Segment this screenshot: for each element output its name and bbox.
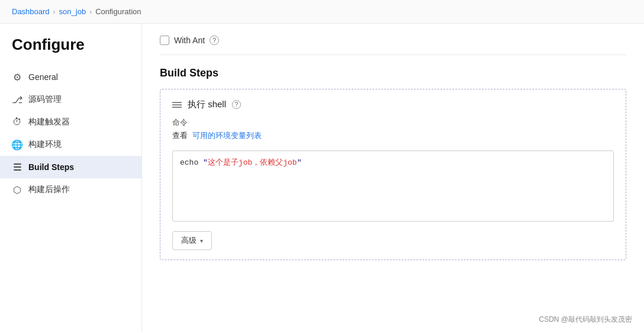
breadcrumb-sep-2: › xyxy=(89,8,92,16)
breadcrumb: Dashboard › son_job › Configuration xyxy=(0,0,644,24)
code-quote-close: " xyxy=(297,158,302,167)
sidebar-item-label-trigger: 构建触发器 xyxy=(28,117,70,127)
env-link-row: 查看 可用的环境变量列表 xyxy=(172,130,614,146)
chevron-down-icon: ▾ xyxy=(200,238,203,244)
build-steps-title: Build Steps xyxy=(160,67,626,79)
cmd-label: 命令 xyxy=(172,117,614,128)
env-link-prefix: 查看 xyxy=(172,131,188,140)
gear-icon: ⚙ xyxy=(12,72,22,82)
sidebar-item-build-steps[interactable]: ☰ Build Steps xyxy=(0,156,141,178)
main-content: With Ant ? Build Steps 执行 shell ? xyxy=(142,24,644,332)
breadcrumb-son-job[interactable]: son_job xyxy=(59,7,86,16)
globe-icon: 🌐 xyxy=(12,139,22,150)
sidebar-item-label-general: General xyxy=(28,72,58,82)
list-icon: ☰ xyxy=(12,162,22,172)
sidebar-item-environment[interactable]: 🌐 构建环境 xyxy=(0,133,141,156)
breadcrumb-configuration: Configuration xyxy=(95,7,141,16)
drag-handle-icon[interactable] xyxy=(172,102,182,108)
breadcrumb-dashboard[interactable]: Dashboard xyxy=(12,7,50,16)
sidebar: Configure ⚙ General ⎇ 源码管理 ⏱ 构建触发器 🌐 构建环… xyxy=(0,24,142,332)
sidebar-item-post-build[interactable]: ⬡ 构建后操作 xyxy=(0,178,141,201)
sidebar-item-source[interactable]: ⎇ 源码管理 xyxy=(0,88,141,111)
breadcrumb-sep-1: › xyxy=(53,8,56,16)
env-variables-link[interactable]: 可用的环境变量列表 xyxy=(192,130,262,141)
step-title: 执行 shell xyxy=(188,99,226,110)
build-steps-section: Build Steps 执行 shell ? 命令 查看 xyxy=(160,67,626,260)
sidebar-title: Configure xyxy=(0,36,141,66)
code-echo-keyword: echo xyxy=(180,158,203,167)
sidebar-item-label-source: 源码管理 xyxy=(28,94,62,105)
with-ant-help-icon[interactable]: ? xyxy=(210,36,219,45)
sidebar-item-label-build-steps: Build Steps xyxy=(28,162,74,172)
advanced-button[interactable]: 高级 ▾ xyxy=(172,231,212,250)
advanced-label: 高级 xyxy=(181,235,197,246)
code-quote-open: " xyxy=(203,158,208,167)
fork-icon: ⎇ xyxy=(12,94,22,105)
with-ant-row: With Ant ? xyxy=(160,36,626,55)
layout: Configure ⚙ General ⎇ 源码管理 ⏱ 构建触发器 🌐 构建环… xyxy=(0,24,644,332)
cube-icon: ⬡ xyxy=(12,184,22,195)
with-ant-label: With Ant xyxy=(174,36,205,45)
code-editor[interactable]: echo "这个是子job，依赖父job" xyxy=(172,151,614,222)
sidebar-item-label-environment: 构建环境 xyxy=(28,139,62,150)
step-help-icon[interactable]: ? xyxy=(232,100,241,109)
with-ant-checkbox[interactable] xyxy=(160,36,169,45)
sidebar-item-general[interactable]: ⚙ General xyxy=(0,66,141,88)
clock-icon: ⏱ xyxy=(12,117,22,127)
code-string-zh: 这个是子job，依赖父job xyxy=(208,158,297,167)
watermark: CSDN @敲代码敲到头发茂密 xyxy=(539,315,632,325)
step-header: 执行 shell ? xyxy=(172,99,614,110)
step-card: 执行 shell ? 命令 查看 可用的环境变量列表 echo "这个是子job… xyxy=(160,89,626,260)
sidebar-item-label-post-build: 构建后操作 xyxy=(28,184,70,195)
sidebar-item-trigger[interactable]: ⏱ 构建触发器 xyxy=(0,111,141,133)
